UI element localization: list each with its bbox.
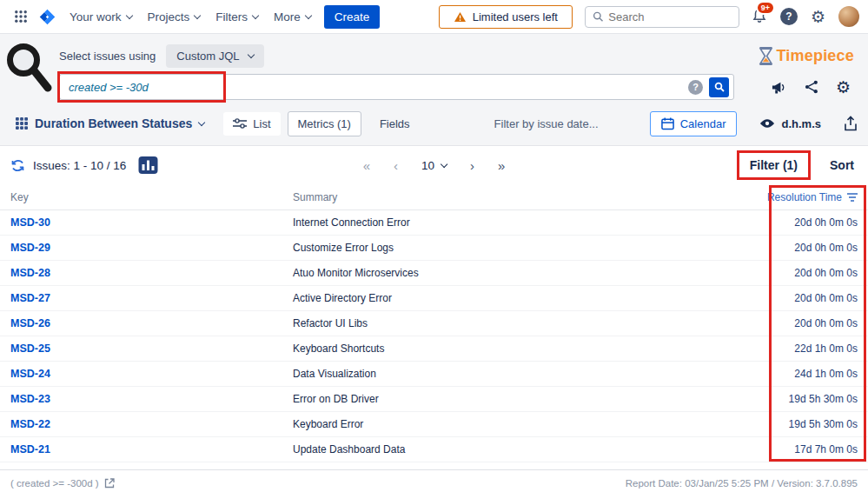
magnifier-logo-icon xyxy=(2,39,52,96)
hourglass-icon xyxy=(759,47,773,65)
issue-key-link[interactable]: MSD-28 xyxy=(10,267,50,279)
chevron-down-icon xyxy=(305,11,312,18)
issue-key-link[interactable]: MSD-24 xyxy=(10,368,50,380)
query-mode-value: Custom JQL xyxy=(176,50,239,63)
nav-projects[interactable]: Projects xyxy=(140,5,209,29)
global-search-input[interactable] xyxy=(608,10,732,23)
top-navigation-bar: Your work Projects Filters More Create L… xyxy=(0,0,868,34)
refresh-button[interactable] xyxy=(10,158,25,173)
table-row[interactable]: MSD-30 Internet Connection Error 20d 0h … xyxy=(0,210,868,236)
pagination-prev[interactable]: ‹ xyxy=(394,158,398,173)
footer-jql-text: ( created >= -300d ) xyxy=(10,478,99,489)
calendar-icon xyxy=(661,117,674,130)
filter-by-issue-date[interactable]: Filter by issue date... xyxy=(494,117,599,130)
issue-resolution-time: 20d 0h 0m 0s xyxy=(727,242,858,254)
query-mode-dropdown[interactable]: Custom JQL xyxy=(166,44,263,68)
export-icon[interactable] xyxy=(844,116,858,131)
pagination-last[interactable]: » xyxy=(498,158,505,173)
issues-table: Key Summary Resolution Time MSD-30 Inter… xyxy=(0,184,868,462)
page-size-dropdown[interactable]: 10 xyxy=(421,159,447,172)
table-row[interactable]: MSD-23 Error on DB Driver 19d 5h 30m 0s xyxy=(0,387,868,412)
table-row[interactable]: MSD-29 Customize Error Logs 20d 0h 0m 0s xyxy=(0,236,868,261)
table-row[interactable]: MSD-25 Keyboard Shortcuts 22d 1h 0m 0s xyxy=(0,336,868,362)
external-link-icon[interactable] xyxy=(104,478,115,489)
filter-sort-group: Filter (1) Sort xyxy=(737,150,858,180)
issues-count: Issues: 1 - 10 / 16 xyxy=(33,159,126,172)
footer-jql-summary: ( created >= -300d ) xyxy=(10,478,115,489)
help-button[interactable]: ? xyxy=(780,8,798,25)
limited-users-warning[interactable]: Limited users left xyxy=(439,5,573,29)
jql-input[interactable]: created >= -30d ? xyxy=(59,74,734,100)
eye-icon xyxy=(759,118,775,129)
page-size-value: 10 xyxy=(421,159,434,172)
timepiece-settings-gear-icon[interactable]: ⚙ xyxy=(836,79,851,96)
table-row[interactable]: MSD-26 Refactor UI Libs 20d 0h 0m 0s xyxy=(0,311,868,336)
report-type-dropdown[interactable]: Duration Between Statuses xyxy=(10,113,209,134)
chart-view-button[interactable] xyxy=(138,156,158,174)
sort-button[interactable]: Sort xyxy=(830,158,858,172)
create-button[interactable]: Create xyxy=(324,5,381,29)
table-row[interactable]: MSD-24 Data Visualization 24d 1h 0m 0s xyxy=(0,362,868,387)
pagination-next[interactable]: › xyxy=(470,158,474,173)
issue-resolution-time: 19d 5h 30m 0s xyxy=(727,393,858,405)
resolution-time-header-label: Resolution Time xyxy=(767,191,842,203)
column-header-summary[interactable]: Summary xyxy=(293,191,727,203)
list-view-toggle[interactable]: List xyxy=(223,112,280,136)
issue-summary: Internet Connection Error xyxy=(293,216,727,229)
calendar-label: Calendar xyxy=(680,117,726,130)
issue-summary: Active Directory Error xyxy=(293,292,727,304)
global-search[interactable] xyxy=(585,6,739,28)
metrics-button[interactable]: Metrics (1) xyxy=(288,111,361,136)
settings-gear-icon[interactable]: ⚙ xyxy=(811,9,825,25)
user-avatar[interactable] xyxy=(838,6,859,27)
app-switcher-icon[interactable] xyxy=(9,6,33,27)
issue-key-link[interactable]: MSD-25 xyxy=(10,342,50,355)
jql-search-button[interactable] xyxy=(709,77,729,97)
nav-your-work-label: Your work xyxy=(70,10,122,23)
nav-your-work[interactable]: Your work xyxy=(62,5,140,29)
table-row[interactable]: MSD-22 Keyboard Error 19d 5h 30m 0s xyxy=(0,412,868,437)
jql-help-icon[interactable]: ? xyxy=(688,80,703,95)
chevron-down-icon xyxy=(194,11,201,18)
grid-icon xyxy=(16,117,28,130)
issue-summary: Atuo Monitor Microservices xyxy=(293,267,727,279)
fields-button[interactable]: Fields xyxy=(370,112,420,136)
issue-resolution-time: 22d 1h 0m 0s xyxy=(727,342,858,355)
timepiece-brand: Timepiece xyxy=(759,47,858,65)
view-toolbar: Duration Between Statuses List Metrics (… xyxy=(10,110,858,137)
column-header-key[interactable]: Key xyxy=(10,191,293,203)
issue-resolution-time: 17d 7h 0m 0s xyxy=(727,443,858,455)
issue-key-link[interactable]: MSD-23 xyxy=(10,393,50,405)
duration-format-toggle[interactable]: d.h.m.s xyxy=(759,117,821,130)
table-row[interactable]: MSD-28 Atuo Monitor Microservices 20d 0h… xyxy=(0,261,868,286)
pagination-first[interactable]: « xyxy=(363,158,370,173)
sliders-icon xyxy=(233,117,247,130)
issue-key-link[interactable]: MSD-26 xyxy=(10,317,50,329)
announcement-megaphone-icon[interactable] xyxy=(771,80,787,95)
issue-key-link[interactable]: MSD-27 xyxy=(10,292,50,304)
select-issues-label: Select issues using xyxy=(59,50,156,63)
issue-resolution-time: 20d 0h 0m 0s xyxy=(727,216,858,229)
issue-summary: Error on DB Driver xyxy=(293,393,727,405)
issue-key-link[interactable]: MSD-22 xyxy=(10,418,50,430)
metrics-label: Metrics (1) xyxy=(298,117,351,130)
jira-logo-icon[interactable] xyxy=(33,4,62,30)
share-icon[interactable] xyxy=(805,80,818,94)
issues-control-bar: Issues: 1 - 10 / 16 « ‹ 10 › » Filter (1… xyxy=(0,146,868,184)
issue-key-link[interactable]: MSD-30 xyxy=(10,216,50,229)
filter-button[interactable]: Filter (1) xyxy=(737,150,811,180)
report-type-label: Duration Between Statuses xyxy=(35,116,192,130)
topnav-right-icons: 9+ ? ⚙ xyxy=(752,6,859,27)
notifications-button[interactable]: 9+ xyxy=(752,7,767,26)
table-row[interactable]: MSD-21 Update Dashboard Data 17d 7h 0m 0… xyxy=(0,437,868,462)
nav-filters[interactable]: Filters xyxy=(208,5,266,29)
issue-summary: Keyboard Error xyxy=(293,418,727,430)
notification-badge: 9+ xyxy=(756,1,775,15)
issue-key-link[interactable]: MSD-21 xyxy=(10,443,50,455)
column-header-resolution-time[interactable]: Resolution Time xyxy=(727,191,858,203)
table-row[interactable]: MSD-27 Active Directory Error 20d 0h 0m … xyxy=(0,286,868,311)
issue-key-link[interactable]: MSD-29 xyxy=(10,242,50,254)
chevron-down-icon xyxy=(252,11,259,18)
calendar-button[interactable]: Calendar xyxy=(650,111,738,136)
nav-more[interactable]: More xyxy=(266,5,319,29)
